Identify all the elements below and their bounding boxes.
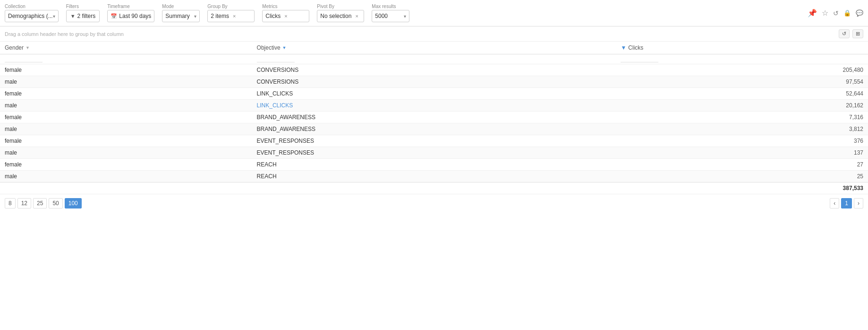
- table-body: femaleCONVERSIONS205,480maleCONVERSIONS9…: [0, 64, 868, 182]
- cell-clicks: 7,316: [616, 112, 868, 123]
- metrics-group: Metrics Clicks ×: [262, 4, 309, 22]
- lock-icon[interactable]: 🔒: [843, 9, 851, 17]
- page-size-50-button[interactable]: 50: [49, 198, 62, 208]
- cell-objective: BRAND_AWARENESS: [252, 123, 616, 135]
- metrics-label: Metrics: [262, 4, 309, 9]
- mode-dropdown[interactable]: Summary ▾: [162, 10, 200, 22]
- cell-gender: female: [0, 64, 252, 76]
- objective-filter-icon: ▼: [282, 45, 287, 50]
- collection-dropdown[interactable]: Demographics (... ▾: [5, 10, 59, 22]
- cell-objective: EVENT_RESPONSES: [252, 147, 616, 159]
- cell-clicks: 27: [616, 159, 868, 171]
- table-row: femaleLINK_CLICKS52,644: [0, 88, 868, 100]
- filters-group: Filters ▼ 2 filters: [66, 4, 100, 22]
- table-search-row: [0, 54, 868, 64]
- prev-page-button[interactable]: ‹: [830, 198, 839, 208]
- objective-search-input[interactable]: [257, 56, 295, 62]
- pivotby-control[interactable]: No selection ×: [317, 10, 364, 22]
- table-row: maleEVENT_RESPONSES137: [0, 147, 868, 159]
- cell-gender: male: [0, 171, 252, 182]
- timeframe-dropdown[interactable]: 📅 Last 90 days: [107, 10, 154, 22]
- data-table: Gender ▼ Objective ▼ ▼ Clicks: [0, 42, 868, 194]
- toolbar-right-actions: 📌 ☆ ↺ 🔒 💬: [808, 9, 863, 17]
- page-size-25-button[interactable]: 25: [33, 198, 47, 208]
- cell-clicks: 205,480: [616, 64, 868, 76]
- pin-icon[interactable]: 📌: [808, 9, 817, 17]
- maxresults-arrow-icon: ▾: [404, 14, 406, 19]
- cell-clicks: 3,812: [616, 123, 868, 135]
- drag-bar-actions: ↺ ⊞: [839, 29, 863, 38]
- drag-bar: Drag a column header here to group by th…: [0, 26, 868, 42]
- cell-objective: REACH: [252, 171, 616, 182]
- total-value-cell: 387,533: [616, 182, 868, 194]
- col-clicks-label: Clicks: [628, 44, 643, 51]
- gender-filter-icon: ▼: [26, 45, 30, 50]
- cell-gender: male: [0, 123, 252, 135]
- cell-clicks: 25: [616, 171, 868, 182]
- table-row: maleBRAND_AWARENESS3,812: [0, 123, 868, 135]
- groupby-group: Group By 2 items ×: [207, 4, 255, 22]
- toolbar: Collection Demographics (... ▾ Filters ▼…: [0, 0, 868, 26]
- current-page-number: 1: [841, 198, 852, 208]
- clicks-search-cell: [616, 54, 868, 64]
- pivotby-clear-icon[interactable]: ×: [355, 13, 358, 19]
- clicks-search-input[interactable]: [621, 56, 658, 62]
- col-objective[interactable]: Objective ▼: [252, 42, 616, 54]
- cell-objective: BRAND_AWARENESS: [252, 112, 616, 123]
- page-size-8-button[interactable]: 8: [5, 198, 16, 208]
- filters-button[interactable]: ▼ 2 filters: [66, 10, 100, 22]
- cell-gender: male: [0, 100, 252, 112]
- groupby-value: 2 items: [211, 13, 229, 19]
- metrics-control[interactable]: Clicks ×: [262, 10, 309, 22]
- cell-gender: female: [0, 135, 252, 147]
- mode-arrow-icon: ▾: [194, 14, 196, 19]
- cell-gender: female: [0, 112, 252, 123]
- pivotby-value: No selection: [320, 13, 351, 19]
- table-header-row: Gender ▼ Objective ▼ ▼ Clicks: [0, 42, 868, 54]
- maxresults-dropdown[interactable]: 5000 ▾: [372, 10, 409, 22]
- cell-clicks: 52,644: [616, 88, 868, 100]
- cell-objective: LINK_CLICKS: [252, 88, 616, 100]
- table-row: maleCONVERSIONS97,554: [0, 76, 868, 88]
- collection-value: Demographics (...: [8, 13, 53, 19]
- objective-search-cell: [252, 54, 616, 64]
- clicks-filter-icon: ▼: [621, 44, 626, 51]
- cell-clicks: 97,554: [616, 76, 868, 88]
- chat-icon[interactable]: 💬: [856, 9, 863, 17]
- cell-objective[interactable]: LINK_CLICKS: [252, 100, 616, 112]
- cell-objective: REACH: [252, 159, 616, 171]
- mode-group: Mode Summary ▾: [162, 4, 200, 22]
- maxresults-value: 5000: [375, 13, 388, 19]
- collection-arrow-icon: ▾: [53, 14, 55, 19]
- table-row: femaleREACH27: [0, 159, 868, 171]
- groupby-clear-icon[interactable]: ×: [233, 13, 236, 19]
- drag-bar-text: Drag a column header here to group by th…: [5, 31, 124, 37]
- cell-gender: male: [0, 147, 252, 159]
- filters-label: Filters: [66, 4, 100, 9]
- star-icon[interactable]: ☆: [822, 9, 828, 17]
- page-size-12-button[interactable]: 12: [17, 198, 31, 208]
- table-row: femaleCONVERSIONS205,480: [0, 64, 868, 76]
- page-size-100-button[interactable]: 100: [65, 198, 82, 208]
- timeframe-label: Timeframe: [107, 4, 154, 9]
- expand-button[interactable]: ⊞: [852, 29, 863, 38]
- next-page-button[interactable]: ›: [854, 198, 863, 208]
- total-label-cell: [0, 182, 616, 194]
- undo-icon[interactable]: ↺: [833, 9, 839, 17]
- timeframe-value: Last 90 days: [119, 13, 151, 19]
- mode-value: Summary: [165, 13, 189, 19]
- cell-objective: CONVERSIONS: [252, 76, 616, 88]
- cell-objective: CONVERSIONS: [252, 64, 616, 76]
- cell-gender: male: [0, 76, 252, 88]
- table-row: maleREACH25: [0, 171, 868, 182]
- reset-view-button[interactable]: ↺: [839, 29, 850, 38]
- groupby-control[interactable]: 2 items ×: [207, 10, 255, 22]
- col-gender[interactable]: Gender ▼: [0, 42, 252, 54]
- col-clicks[interactable]: ▼ Clicks: [616, 42, 868, 54]
- gender-search-input[interactable]: [5, 56, 43, 62]
- metrics-clear-icon[interactable]: ×: [284, 13, 287, 19]
- filter-icon: ▼: [70, 13, 76, 19]
- collection-label: Collection: [5, 4, 59, 9]
- cell-clicks: 20,162: [616, 100, 868, 112]
- cell-gender: female: [0, 88, 252, 100]
